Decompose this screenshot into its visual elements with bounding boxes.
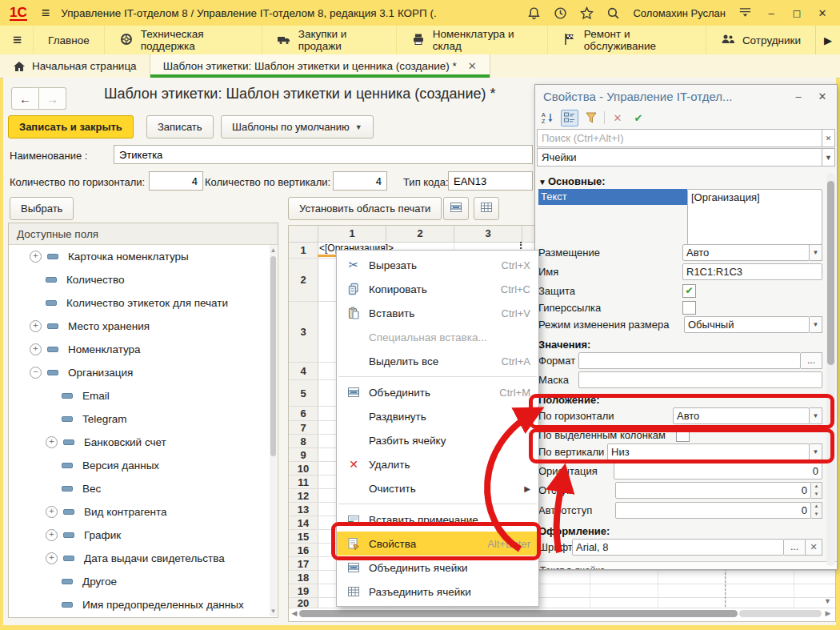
tree-item[interactable]: Email bbox=[9, 384, 278, 407]
select-button[interactable]: Выбрать bbox=[10, 197, 74, 220]
maximize-button[interactable]: ◻ bbox=[790, 7, 803, 19]
property-label-orient[interactable]: Ориентация bbox=[538, 463, 614, 477]
properties-section-header[interactable]: Положение: bbox=[538, 394, 822, 407]
ribbon-section-4[interactable]: Номенклатура и склад bbox=[396, 26, 547, 54]
row-header-9[interactable]: 9 bbox=[289, 448, 318, 461]
expand-icon[interactable]: + bbox=[30, 251, 42, 263]
property-value-vert[interactable]: Низ bbox=[607, 443, 810, 460]
filter-icon[interactable] bbox=[583, 110, 599, 126]
property-value-horiz[interactable]: Авто bbox=[673, 407, 810, 424]
global-search-icon[interactable] bbox=[606, 6, 620, 20]
ribbon-section-6[interactable]: Сотрудники bbox=[706, 26, 815, 54]
property-label-vert[interactable]: По вертикали bbox=[538, 443, 607, 458]
tree-item[interactable]: −Организация bbox=[9, 361, 278, 384]
property-label-name[interactable]: Имя bbox=[538, 263, 682, 278]
properties-search-input[interactable]: Поиск (Ctrl+Alt+I) bbox=[537, 129, 822, 147]
grid-hscrollbar[interactable]: ◀ ▶ bbox=[290, 608, 833, 619]
tree-item[interactable]: Количество этикеток для печати bbox=[9, 291, 278, 315]
tree-item[interactable]: Версия данных bbox=[9, 454, 278, 477]
row-header-13[interactable]: 13 bbox=[289, 503, 318, 516]
tab-label-template[interactable]: Шаблон этикетки: Шаблон этикетки и ценни… bbox=[150, 54, 490, 78]
grid-corner[interactable] bbox=[289, 226, 318, 242]
code-type-value[interactable] bbox=[452, 175, 529, 188]
properties-close-button[interactable]: ✕ bbox=[816, 90, 829, 102]
menu-item-раздвинуть[interactable]: Раздвинуть bbox=[337, 404, 538, 428]
property-label-indent[interactable]: Отступ bbox=[538, 482, 615, 496]
property-label-resize[interactable]: Режим изменения размера bbox=[538, 316, 684, 331]
table-grid-toolbar-button[interactable] bbox=[474, 197, 499, 220]
expand-icon[interactable]: + bbox=[46, 552, 58, 564]
merge-cells-toolbar-button[interactable] bbox=[443, 197, 469, 220]
row-header-2[interactable]: 2 bbox=[289, 259, 318, 301]
tree-item[interactable]: Другое bbox=[9, 570, 278, 593]
property-label-font[interactable]: Шрифт bbox=[538, 539, 572, 553]
expand-icon[interactable]: + bbox=[30, 320, 42, 332]
row-header-15[interactable]: 15 bbox=[289, 530, 318, 543]
scroll-down-icon[interactable]: ▼ bbox=[824, 597, 831, 605]
property-value-format[interactable] bbox=[578, 352, 801, 369]
ribbon-section-1[interactable]: Главное bbox=[33, 26, 104, 54]
row-header-7[interactable]: 7 bbox=[289, 421, 318, 434]
tree-item[interactable]: +Номенклатура bbox=[9, 338, 278, 361]
grid-cell[interactable] bbox=[658, 598, 726, 608]
row-header-6[interactable]: 6 bbox=[289, 407, 318, 420]
property-label-mask[interactable]: Маска bbox=[538, 371, 578, 386]
history-icon[interactable] bbox=[554, 6, 567, 20]
checkbox-protect[interactable]: ✔ bbox=[682, 284, 696, 298]
grid-cell[interactable] bbox=[726, 571, 794, 584]
grid-cell[interactable] bbox=[658, 584, 726, 597]
sort-alphabetical-icon[interactable]: AZ bbox=[540, 110, 556, 126]
column-header-1[interactable]: 1 bbox=[318, 226, 386, 242]
row-header-20[interactable]: 20 bbox=[289, 598, 318, 608]
clear-value-icon[interactable]: ✕ bbox=[610, 110, 626, 126]
column-header-2[interactable]: 2 bbox=[386, 226, 454, 242]
property-value-mask[interactable] bbox=[578, 371, 822, 388]
property-label-autoindent[interactable]: Автоотступ bbox=[538, 502, 615, 516]
section-collapse-icon[interactable]: ▼ bbox=[538, 178, 546, 187]
column-header-3[interactable]: 3 bbox=[454, 226, 522, 242]
tree-item[interactable]: +Вид контрагента bbox=[9, 500, 278, 524]
property-value-font[interactable]: Arial, 8 bbox=[572, 539, 784, 556]
scroll-down-icon[interactable]: ▼ bbox=[270, 608, 277, 615]
property-value-name[interactable]: R1C1:R1C3 bbox=[682, 263, 822, 280]
set-print-area-button[interactable]: Установить область печати bbox=[288, 197, 442, 220]
horizontal-count-input[interactable] bbox=[149, 171, 203, 191]
favorites-star-icon[interactable] bbox=[580, 6, 594, 20]
search-clear-icon[interactable]: ✕ bbox=[822, 129, 835, 147]
ribbon-section-3[interactable]: Закупки и продажи bbox=[262, 26, 396, 54]
property-label-text[interactable]: Текст bbox=[538, 189, 687, 205]
chevron-down-icon[interactable]: ▼ bbox=[810, 407, 822, 424]
default-templates-button[interactable]: Шаблоны по умолчанию ▼ bbox=[221, 115, 374, 138]
font-picker-button[interactable]: ... bbox=[784, 539, 806, 556]
spinner-buttons[interactable]: ▲▼ bbox=[811, 502, 822, 519]
row-header-11[interactable]: 11 bbox=[289, 476, 318, 488]
save-and-close-button[interactable]: Записать и закрыть bbox=[8, 115, 134, 138]
checkbox-bycols[interactable] bbox=[676, 428, 690, 442]
ribbon-section-2[interactable]: Техническая поддержка bbox=[104, 26, 262, 54]
expand-icon[interactable]: + bbox=[46, 529, 58, 541]
property-label-protect[interactable]: Защита bbox=[538, 283, 682, 297]
property-value-orient[interactable]: 0 bbox=[614, 463, 822, 480]
code-type-input[interactable] bbox=[448, 171, 533, 191]
grid-cell[interactable] bbox=[590, 571, 658, 584]
more-sections-button[interactable]: ▶ bbox=[815, 26, 840, 54]
property-value-autoindent[interactable]: 0 bbox=[615, 502, 811, 519]
tree-item[interactable]: Имя предопределенных данных bbox=[9, 593, 278, 616]
tree-item[interactable]: Вес bbox=[9, 477, 278, 500]
row-header-14[interactable]: 14 bbox=[289, 516, 318, 529]
group-by-categories-icon[interactable] bbox=[561, 110, 578, 126]
property-label-placement[interactable]: Размещение bbox=[538, 244, 682, 259]
horizontal-count-value[interactable] bbox=[153, 175, 199, 188]
tree-item[interactable]: Telegram bbox=[9, 407, 278, 431]
property-value-indent[interactable]: 0 bbox=[615, 482, 811, 499]
checkbox-hyperlink[interactable] bbox=[682, 301, 696, 315]
grid-cell[interactable] bbox=[590, 598, 658, 608]
property-label-hyperlink[interactable]: Гиперссылка bbox=[538, 299, 682, 314]
row-header-19[interactable]: 19 bbox=[289, 584, 318, 597]
collapse-icon[interactable]: − bbox=[30, 367, 42, 379]
chevron-down-icon[interactable]: ▼ bbox=[822, 148, 835, 167]
menu-item-вставить-примечание[interactable]: Вставить примечание bbox=[337, 508, 538, 532]
scroll-left-icon[interactable]: ◀ bbox=[290, 609, 299, 617]
properties-section-header[interactable]: ▼Основные: bbox=[538, 175, 822, 189]
scroll-right-icon[interactable]: ▶ bbox=[823, 609, 833, 617]
